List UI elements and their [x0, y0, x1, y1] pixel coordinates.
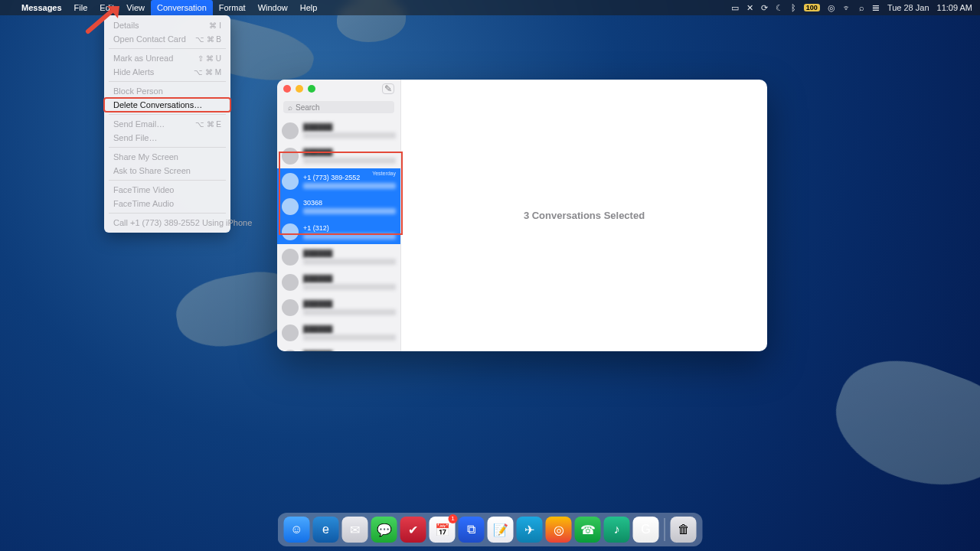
conversation-preview — [303, 284, 396, 290]
conversation-row[interactable]: ██████ — [277, 295, 400, 320]
wifi-icon[interactable]: ᯤ — [843, 3, 851, 12]
compose-button[interactable]: ✎ — [382, 83, 394, 94]
messages-window: ✎ ⌕ Search ████████████+1 (773) 389-2552… — [277, 80, 767, 351]
menu-item-hide-alerts: Hide Alerts⌥ ⌘ M — [104, 65, 230, 79]
search-icon[interactable]: ⌕ — [859, 3, 864, 12]
menubar-time[interactable]: 11:09 AM — [937, 3, 972, 12]
menubar-date[interactable]: Tue 28 Jan — [887, 3, 929, 12]
conversation-title: ██████ — [303, 275, 396, 282]
menu-item-send-email: Send Email…⌥ ⌘ E — [104, 117, 230, 131]
minimize-button[interactable] — [296, 85, 303, 93]
menu-item-ask-to-share-screen: Ask to Share Screen — [104, 164, 230, 178]
avatar — [282, 122, 299, 139]
menu-window[interactable]: Window — [252, 0, 294, 15]
conversation-row[interactable]: ██████ — [277, 143, 400, 168]
menu-separator — [109, 180, 226, 181]
conversation-row[interactable]: ██████ — [277, 244, 400, 269]
dock-app-calendar[interactable]: 📅1 — [430, 517, 456, 543]
wallpaper-shape — [820, 341, 980, 509]
conversation-preview — [303, 334, 396, 341]
menu-item-share-my-screen: Share My Screen — [104, 150, 230, 164]
avatar — [282, 223, 299, 240]
conversation-title: ██████ — [303, 325, 396, 333]
search-placeholder: Search — [296, 103, 320, 112]
avatar — [282, 299, 299, 316]
conversation-preview — [303, 158, 396, 164]
avatar — [282, 324, 299, 341]
menu-separator — [109, 114, 226, 115]
menu-separator — [109, 81, 226, 82]
avatar — [282, 350, 299, 352]
dock-app-messages[interactable]: 💬 — [371, 517, 397, 543]
battery-indicator[interactable]: 100 — [804, 4, 820, 11]
conversation-row[interactable]: ██████ — [277, 345, 400, 351]
conversation-sidebar: ✎ ⌕ Search ████████████+1 (773) 389-2552… — [277, 80, 401, 351]
menu-app[interactable]: Messages — [15, 0, 68, 15]
dock-app-notes[interactable]: 📝 — [488, 517, 514, 543]
menu-item-call-1-773-389-2552-using-iphone: Call +1 (773) 389-2552 Using iPhone — [104, 216, 230, 230]
conversation-row[interactable]: ██████ — [277, 320, 400, 345]
dock-app-vscode[interactable]: ⧉ — [459, 517, 485, 543]
dock-app-spotify[interactable]: ♪ — [604, 517, 630, 543]
dnd-icon[interactable]: ☾ — [776, 3, 783, 13]
menu-view[interactable]: View — [120, 0, 151, 15]
annotation-arrow — [84, 5, 122, 35]
x-icon[interactable]: ✕ — [746, 3, 753, 13]
maximize-button[interactable] — [308, 85, 315, 93]
conversation-list: ████████████+1 (773) 389-2552Yesterday30… — [277, 118, 400, 351]
avatar — [282, 274, 299, 291]
conversation-row[interactable]: ██████ — [277, 269, 400, 295]
conversation-row[interactable]: +1 (312) — [277, 219, 400, 244]
conversation-row[interactable]: +1 (773) 389-2552Yesterday — [277, 168, 400, 194]
bluetooth-icon[interactable]: ᛒ — [791, 3, 796, 12]
menu-item-send-file: Send File… — [104, 131, 230, 145]
menu-separator — [109, 48, 226, 49]
conversation-preview — [303, 259, 396, 265]
menu-item-details: Details⌘ I — [104, 18, 230, 32]
dock-app-mail[interactable]: ✉ — [342, 517, 368, 543]
menu-conversation[interactable]: Conversation — [151, 0, 213, 15]
menubar: Messages File Edit View Conversation For… — [0, 0, 980, 15]
control-center-icon[interactable]: 𝌆 — [872, 3, 880, 13]
avatar — [282, 249, 299, 266]
conversation-preview — [303, 233, 396, 240]
dock-app-edge[interactable]: e — [313, 517, 339, 543]
conversation-title: ██████ — [303, 249, 396, 257]
menu-item-delete-conversations[interactable]: Delete Conversations… — [104, 98, 230, 112]
badge: 1 — [449, 514, 458, 523]
dock-app-todoist[interactable]: ✔ — [400, 517, 426, 543]
search-input[interactable]: ⌕ Search — [283, 101, 394, 113]
dock-app-whatsapp[interactable]: ☎ — [575, 517, 601, 543]
menu-format[interactable]: Format — [213, 0, 252, 15]
conversation-title: ██████ — [303, 148, 396, 156]
menu-item-open-contact-card: Open Contact Card⌥ ⌘ B — [104, 32, 230, 46]
conversation-title: +1 (312) — [303, 224, 396, 232]
menu-item-facetime-video: FaceTime Video — [104, 183, 230, 197]
sync-icon[interactable]: ⟳ — [761, 3, 768, 13]
dock-app-gsuite[interactable]: G — [633, 517, 659, 543]
conversation-title: ██████ — [303, 300, 396, 308]
display-icon[interactable]: ▭ — [731, 3, 739, 13]
trash-icon[interactable]: 🗑 — [671, 517, 697, 543]
conversation-dropdown: Details⌘ IOpen Contact Card⌥ ⌘ BMark as … — [104, 15, 230, 233]
menu-item-block-person: Block Person — [104, 84, 230, 98]
conversation-pane: 3 Conversations Selected — [401, 80, 767, 351]
conversation-preview — [303, 183, 396, 189]
conversation-time: Yesterday — [372, 171, 396, 176]
dock-app-finder[interactable]: ☺ — [284, 517, 310, 543]
dock-app-chrome[interactable]: ◎ — [546, 517, 572, 543]
conversation-title: ██████ — [303, 123, 396, 131]
conversation-title: 30368 — [303, 199, 396, 207]
conversation-title: ██████ — [303, 350, 396, 352]
menu-help[interactable]: Help — [294, 0, 324, 15]
close-button[interactable] — [283, 85, 291, 93]
conversation-row[interactable]: 30368 — [277, 194, 400, 219]
conversation-preview — [303, 309, 396, 315]
avatar — [282, 148, 299, 165]
dock-app-telegram[interactable]: ✈ — [517, 517, 543, 543]
dock-divider — [665, 518, 665, 541]
window-titlebar: ✎ — [277, 80, 400, 98]
conversation-row[interactable]: ██████ — [277, 118, 400, 143]
airdrop-icon[interactable]: ◎ — [828, 3, 835, 13]
selection-status: 3 Conversations Selected — [524, 210, 645, 221]
